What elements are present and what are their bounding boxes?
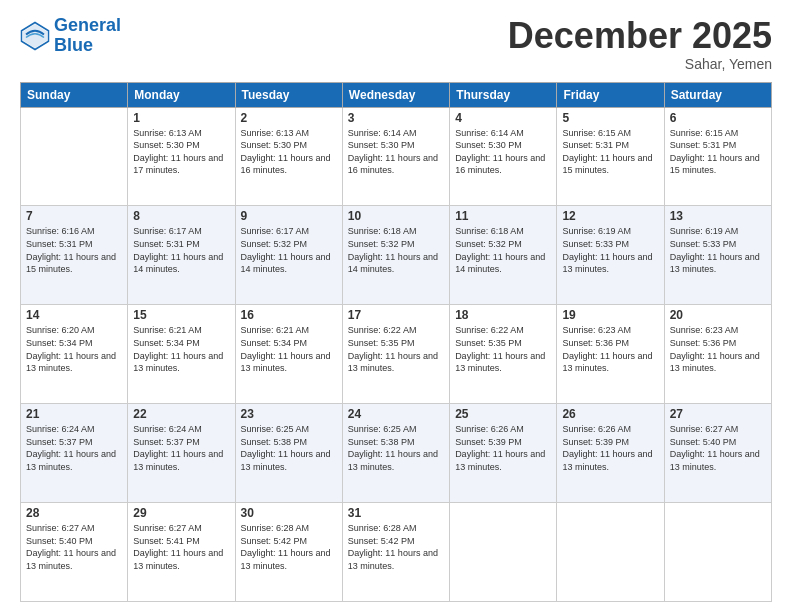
day-cell (664, 503, 771, 602)
day-info: Sunrise: 6:18 AMSunset: 5:32 PMDaylight:… (455, 225, 551, 275)
day-info: Sunrise: 6:22 AMSunset: 5:35 PMDaylight:… (348, 324, 444, 374)
day-cell: 14Sunrise: 6:20 AMSunset: 5:34 PMDayligh… (21, 305, 128, 404)
logo: General Blue (20, 16, 121, 56)
day-info: Sunrise: 6:14 AMSunset: 5:30 PMDaylight:… (348, 127, 444, 177)
day-cell: 16Sunrise: 6:21 AMSunset: 5:34 PMDayligh… (235, 305, 342, 404)
day-number: 1 (133, 111, 229, 125)
week-row-1: 1Sunrise: 6:13 AMSunset: 5:30 PMDaylight… (21, 107, 772, 206)
day-cell: 13Sunrise: 6:19 AMSunset: 5:33 PMDayligh… (664, 206, 771, 305)
day-info: Sunrise: 6:28 AMSunset: 5:42 PMDaylight:… (348, 522, 444, 572)
column-header-wednesday: Wednesday (342, 82, 449, 107)
day-number: 6 (670, 111, 766, 125)
day-info: Sunrise: 6:16 AMSunset: 5:31 PMDaylight:… (26, 225, 122, 275)
day-info: Sunrise: 6:25 AMSunset: 5:38 PMDaylight:… (241, 423, 337, 473)
day-cell: 2Sunrise: 6:13 AMSunset: 5:30 PMDaylight… (235, 107, 342, 206)
day-info: Sunrise: 6:25 AMSunset: 5:38 PMDaylight:… (348, 423, 444, 473)
day-cell (21, 107, 128, 206)
page: General Blue December 2025 Sahar, Yemen … (0, 0, 792, 612)
week-row-5: 28Sunrise: 6:27 AMSunset: 5:40 PMDayligh… (21, 503, 772, 602)
day-cell: 25Sunrise: 6:26 AMSunset: 5:39 PMDayligh… (450, 404, 557, 503)
day-cell: 6Sunrise: 6:15 AMSunset: 5:31 PMDaylight… (664, 107, 771, 206)
header: General Blue December 2025 Sahar, Yemen (20, 16, 772, 72)
day-number: 21 (26, 407, 122, 421)
day-number: 13 (670, 209, 766, 223)
day-info: Sunrise: 6:23 AMSunset: 5:36 PMDaylight:… (562, 324, 658, 374)
day-number: 8 (133, 209, 229, 223)
calendar-header-row: SundayMondayTuesdayWednesdayThursdayFrid… (21, 82, 772, 107)
column-header-saturday: Saturday (664, 82, 771, 107)
column-header-tuesday: Tuesday (235, 82, 342, 107)
day-number: 3 (348, 111, 444, 125)
logo-icon (20, 21, 50, 51)
day-cell: 31Sunrise: 6:28 AMSunset: 5:42 PMDayligh… (342, 503, 449, 602)
day-number: 4 (455, 111, 551, 125)
day-number: 23 (241, 407, 337, 421)
day-number: 17 (348, 308, 444, 322)
day-cell: 7Sunrise: 6:16 AMSunset: 5:31 PMDaylight… (21, 206, 128, 305)
day-cell: 22Sunrise: 6:24 AMSunset: 5:37 PMDayligh… (128, 404, 235, 503)
day-info: Sunrise: 6:13 AMSunset: 5:30 PMDaylight:… (133, 127, 229, 177)
day-number: 30 (241, 506, 337, 520)
calendar-body: 1Sunrise: 6:13 AMSunset: 5:30 PMDaylight… (21, 107, 772, 601)
day-cell: 19Sunrise: 6:23 AMSunset: 5:36 PMDayligh… (557, 305, 664, 404)
column-header-monday: Monday (128, 82, 235, 107)
day-number: 16 (241, 308, 337, 322)
day-cell: 28Sunrise: 6:27 AMSunset: 5:40 PMDayligh… (21, 503, 128, 602)
day-info: Sunrise: 6:27 AMSunset: 5:40 PMDaylight:… (670, 423, 766, 473)
day-cell (450, 503, 557, 602)
day-number: 5 (562, 111, 658, 125)
column-header-sunday: Sunday (21, 82, 128, 107)
day-number: 20 (670, 308, 766, 322)
day-cell: 11Sunrise: 6:18 AMSunset: 5:32 PMDayligh… (450, 206, 557, 305)
day-info: Sunrise: 6:18 AMSunset: 5:32 PMDaylight:… (348, 225, 444, 275)
day-number: 25 (455, 407, 551, 421)
day-info: Sunrise: 6:15 AMSunset: 5:31 PMDaylight:… (670, 127, 766, 177)
day-cell: 12Sunrise: 6:19 AMSunset: 5:33 PMDayligh… (557, 206, 664, 305)
day-number: 29 (133, 506, 229, 520)
day-cell: 21Sunrise: 6:24 AMSunset: 5:37 PMDayligh… (21, 404, 128, 503)
week-row-3: 14Sunrise: 6:20 AMSunset: 5:34 PMDayligh… (21, 305, 772, 404)
day-info: Sunrise: 6:17 AMSunset: 5:31 PMDaylight:… (133, 225, 229, 275)
day-cell: 10Sunrise: 6:18 AMSunset: 5:32 PMDayligh… (342, 206, 449, 305)
day-cell: 9Sunrise: 6:17 AMSunset: 5:32 PMDaylight… (235, 206, 342, 305)
day-cell: 17Sunrise: 6:22 AMSunset: 5:35 PMDayligh… (342, 305, 449, 404)
day-cell: 5Sunrise: 6:15 AMSunset: 5:31 PMDaylight… (557, 107, 664, 206)
day-cell: 27Sunrise: 6:27 AMSunset: 5:40 PMDayligh… (664, 404, 771, 503)
logo-text: General Blue (54, 16, 121, 56)
day-info: Sunrise: 6:22 AMSunset: 5:35 PMDaylight:… (455, 324, 551, 374)
day-info: Sunrise: 6:20 AMSunset: 5:34 PMDaylight:… (26, 324, 122, 374)
week-row-4: 21Sunrise: 6:24 AMSunset: 5:37 PMDayligh… (21, 404, 772, 503)
day-number: 19 (562, 308, 658, 322)
day-info: Sunrise: 6:13 AMSunset: 5:30 PMDaylight:… (241, 127, 337, 177)
day-cell: 4Sunrise: 6:14 AMSunset: 5:30 PMDaylight… (450, 107, 557, 206)
day-cell (557, 503, 664, 602)
day-number: 24 (348, 407, 444, 421)
day-cell: 1Sunrise: 6:13 AMSunset: 5:30 PMDaylight… (128, 107, 235, 206)
day-number: 18 (455, 308, 551, 322)
day-number: 11 (455, 209, 551, 223)
day-cell: 3Sunrise: 6:14 AMSunset: 5:30 PMDaylight… (342, 107, 449, 206)
day-number: 31 (348, 506, 444, 520)
day-cell: 26Sunrise: 6:26 AMSunset: 5:39 PMDayligh… (557, 404, 664, 503)
day-info: Sunrise: 6:19 AMSunset: 5:33 PMDaylight:… (670, 225, 766, 275)
day-number: 2 (241, 111, 337, 125)
day-cell: 23Sunrise: 6:25 AMSunset: 5:38 PMDayligh… (235, 404, 342, 503)
day-info: Sunrise: 6:19 AMSunset: 5:33 PMDaylight:… (562, 225, 658, 275)
day-cell: 24Sunrise: 6:25 AMSunset: 5:38 PMDayligh… (342, 404, 449, 503)
day-cell: 20Sunrise: 6:23 AMSunset: 5:36 PMDayligh… (664, 305, 771, 404)
day-number: 28 (26, 506, 122, 520)
day-info: Sunrise: 6:28 AMSunset: 5:42 PMDaylight:… (241, 522, 337, 572)
day-info: Sunrise: 6:21 AMSunset: 5:34 PMDaylight:… (241, 324, 337, 374)
day-cell: 18Sunrise: 6:22 AMSunset: 5:35 PMDayligh… (450, 305, 557, 404)
day-cell: 29Sunrise: 6:27 AMSunset: 5:41 PMDayligh… (128, 503, 235, 602)
day-info: Sunrise: 6:26 AMSunset: 5:39 PMDaylight:… (455, 423, 551, 473)
week-row-2: 7Sunrise: 6:16 AMSunset: 5:31 PMDaylight… (21, 206, 772, 305)
day-cell: 15Sunrise: 6:21 AMSunset: 5:34 PMDayligh… (128, 305, 235, 404)
day-number: 27 (670, 407, 766, 421)
day-info: Sunrise: 6:24 AMSunset: 5:37 PMDaylight:… (133, 423, 229, 473)
day-number: 7 (26, 209, 122, 223)
day-number: 9 (241, 209, 337, 223)
day-info: Sunrise: 6:27 AMSunset: 5:41 PMDaylight:… (133, 522, 229, 572)
day-info: Sunrise: 6:15 AMSunset: 5:31 PMDaylight:… (562, 127, 658, 177)
subtitle: Sahar, Yemen (508, 56, 772, 72)
